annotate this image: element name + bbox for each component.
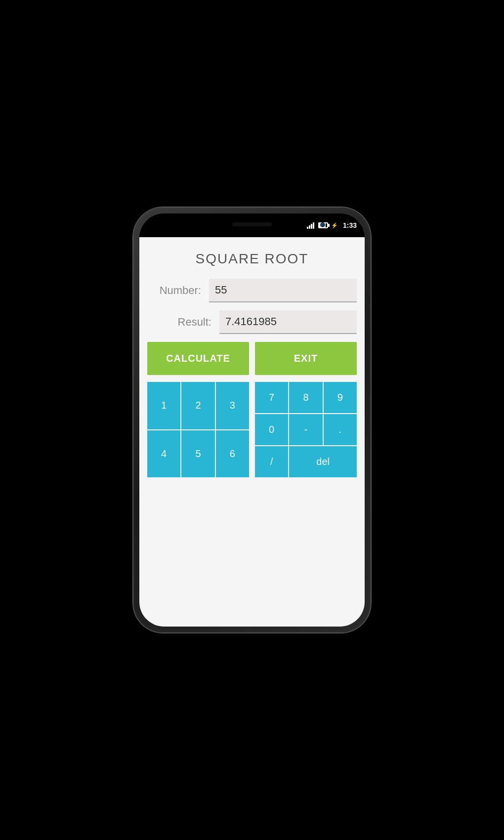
signal-bar-4 (313, 222, 314, 229)
number-row: Number: (147, 279, 357, 302)
phone-camera (320, 222, 325, 227)
numpad-left: 1 2 3 4 5 6 (147, 382, 249, 477)
number-input[interactable] (209, 279, 357, 302)
app-title: SQUARE ROOT (147, 251, 357, 267)
num-btn-4[interactable]: 4 (147, 430, 180, 478)
num-btn-5[interactable]: 5 (181, 430, 214, 478)
num-btn-dot[interactable]: . (324, 414, 357, 445)
result-label: Result: (147, 316, 211, 329)
num-btn-0[interactable]: 0 (255, 414, 288, 445)
exit-button[interactable]: EXIT (255, 342, 357, 375)
result-row: Result: 7.4161985 (147, 310, 357, 334)
num-btn-slash[interactable]: / (255, 446, 288, 477)
phone-inner: ⚡ 1:33 SQUARE ROOT Number: Result: 7.416… (139, 213, 365, 627)
numpad: 1 2 3 4 5 6 7 8 9 0 - . (147, 382, 357, 477)
phone-frame: ⚡ 1:33 SQUARE ROOT Number: Result: 7.416… (133, 208, 371, 632)
signal-bar-2 (309, 225, 310, 229)
num-btn-3[interactable]: 3 (216, 382, 249, 429)
action-row: CALCULATE EXIT (147, 342, 357, 375)
number-label: Number: (147, 284, 201, 297)
result-display: 7.4161985 (219, 310, 357, 334)
time-display: 1:33 (343, 221, 357, 229)
app-screen: SQUARE ROOT Number: Result: 7.4161985 CA… (139, 237, 365, 627)
num-btn-2[interactable]: 2 (181, 382, 214, 429)
signal-bar-1 (307, 227, 308, 229)
phone-speaker (232, 222, 272, 226)
calculate-button[interactable]: CALCULATE (147, 342, 249, 375)
signal-bar-3 (311, 224, 312, 229)
numpad-right: 7 8 9 0 - . / del (255, 382, 357, 477)
num-btn-1[interactable]: 1 (147, 382, 180, 429)
signal-icon (307, 222, 314, 229)
num-btn-8[interactable]: 8 (289, 382, 322, 413)
app-content: SQUARE ROOT Number: Result: 7.4161985 CA… (139, 237, 365, 627)
status-icons: ⚡ 1:33 (307, 221, 357, 229)
num-btn-9[interactable]: 9 (324, 382, 357, 413)
num-btn-del[interactable]: del (289, 446, 357, 477)
num-btn-6[interactable]: 6 (216, 430, 249, 478)
bolt-icon: ⚡ (331, 222, 338, 229)
num-btn-minus[interactable]: - (289, 414, 322, 445)
num-btn-7[interactable]: 7 (255, 382, 288, 413)
